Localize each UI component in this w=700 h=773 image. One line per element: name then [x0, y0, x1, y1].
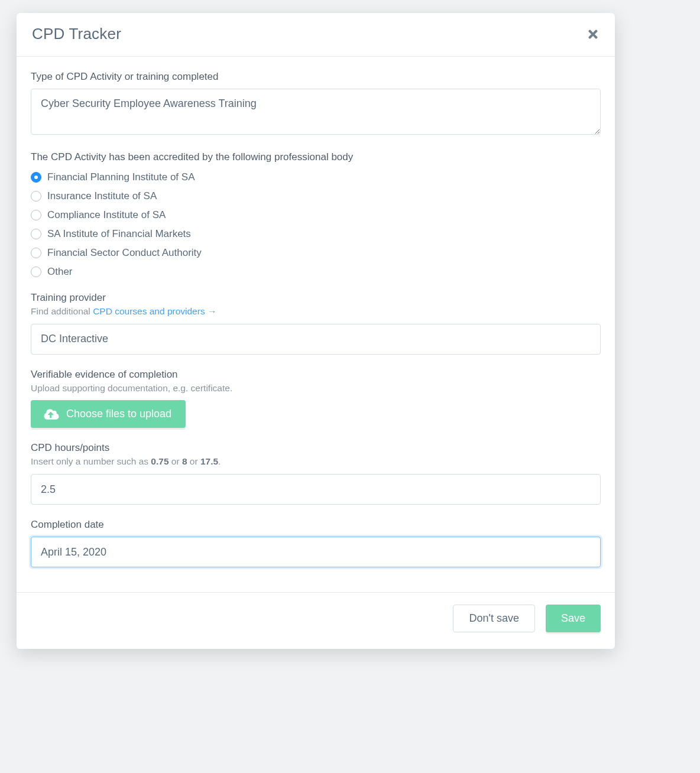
cpd-courses-link[interactable]: CPD courses and providers →: [93, 306, 216, 316]
activity-type-group: Type of CPD Activity or training complet…: [31, 71, 601, 137]
radio-icon: [31, 172, 41, 183]
modal-body: Type of CPD Activity or training complet…: [17, 57, 615, 592]
completion-date-label: Completion date: [31, 519, 601, 531]
training-provider-group: Training provider Find additional CPD co…: [31, 292, 601, 355]
accreditation-option-5[interactable]: Other: [31, 266, 601, 278]
training-provider-hint-text: Find additional: [31, 306, 93, 316]
save-button[interactable]: Save: [546, 605, 601, 632]
accreditation-label: The CPD Activity has been accredited by …: [31, 151, 601, 163]
radio-label: Financial Sector Conduct Authority: [47, 247, 202, 259]
cloud-upload-icon: [44, 408, 59, 420]
modal-title: CPD Tracker: [32, 25, 121, 43]
radio-label: SA Institute of Financial Markets: [47, 228, 191, 240]
close-icon[interactable]: [586, 28, 599, 41]
evidence-group: Verifiable evidence of completion Upload…: [31, 369, 601, 428]
choose-files-button[interactable]: Choose files to upload: [31, 400, 186, 428]
radio-icon: [31, 267, 41, 277]
training-provider-label: Training provider: [31, 292, 601, 304]
accreditation-option-4[interactable]: Financial Sector Conduct Authority: [31, 247, 601, 259]
radio-label: Financial Planning Institute of SA: [47, 171, 195, 183]
modal-footer: Don't save Save: [17, 592, 615, 649]
training-provider-input[interactable]: [31, 324, 601, 355]
accreditation-radio-list: Financial Planning Institute of SAInsura…: [31, 171, 601, 278]
radio-label: Compliance Institute of SA: [47, 209, 166, 221]
hours-label: CPD hours/points: [31, 442, 601, 454]
dont-save-button[interactable]: Don't save: [453, 605, 534, 632]
activity-type-label: Type of CPD Activity or training complet…: [31, 71, 601, 83]
accreditation-option-0[interactable]: Financial Planning Institute of SA: [31, 171, 601, 183]
hours-input[interactable]: [31, 474, 601, 505]
choose-files-label: Choose files to upload: [66, 408, 171, 420]
accreditation-option-3[interactable]: SA Institute of Financial Markets: [31, 228, 601, 240]
radio-label: Insurance Institute of SA: [47, 190, 157, 202]
hours-group: CPD hours/points Insert only a number su…: [31, 442, 601, 505]
completion-date-group: Completion date: [31, 519, 601, 567]
accreditation-group: The CPD Activity has been accredited by …: [31, 151, 601, 278]
radio-label: Other: [47, 266, 73, 278]
evidence-label: Verifiable evidence of completion: [31, 369, 601, 381]
activity-type-input[interactable]: Cyber Security Employee Awareness Traini…: [31, 89, 601, 135]
radio-icon: [31, 191, 41, 202]
training-provider-hint: Find additional CPD courses and provider…: [31, 305, 601, 318]
accreditation-option-2[interactable]: Compliance Institute of SA: [31, 209, 601, 221]
hours-hint: Insert only a number such as 0.75 or 8 o…: [31, 455, 601, 468]
radio-icon: [31, 210, 41, 220]
radio-icon: [31, 229, 41, 239]
evidence-hint: Upload supporting documentation, e.g. ce…: [31, 382, 601, 395]
radio-icon: [31, 248, 41, 258]
cpd-tracker-modal: CPD Tracker Type of CPD Activity or trai…: [17, 13, 615, 649]
completion-date-input[interactable]: [31, 537, 601, 567]
accreditation-option-1[interactable]: Insurance Institute of SA: [31, 190, 601, 202]
modal-header: CPD Tracker: [17, 13, 615, 57]
